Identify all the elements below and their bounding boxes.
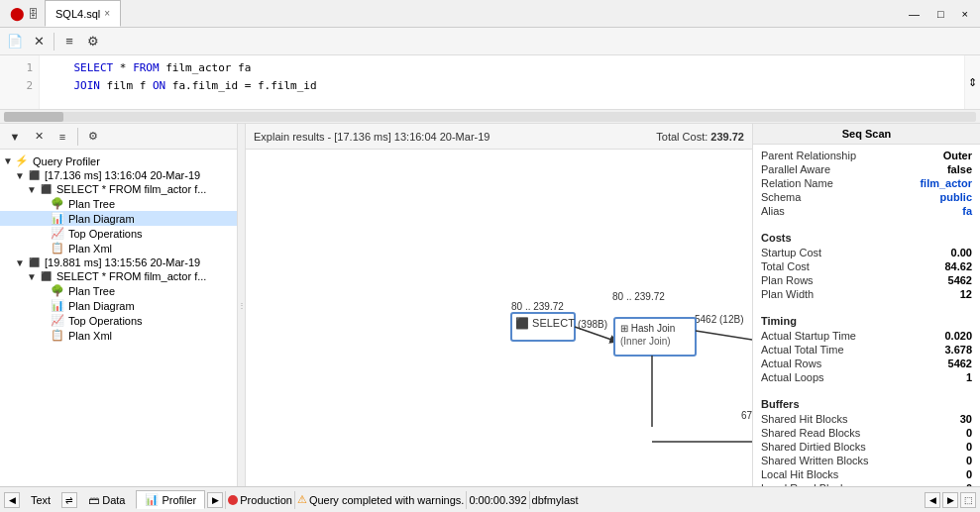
tree-item-profiler[interactable]: ▼ ⚡ Query Profiler [0,154,237,168]
panel-btn-3[interactable]: ⬚ [960,492,976,508]
settings-btn[interactable]: ⚙ [82,31,104,52]
label-schema: Schema [761,191,801,203]
row-shared-written: Shared Written Blocks 0 [761,454,972,467]
main-toolbar: 📄 ✕ ≡ ⚙ [0,28,980,55]
session2-label: [19.881 ms] 13:15:56 20-Mar-19 [45,256,200,268]
active-tab[interactable]: SQL4.sql × [45,0,121,27]
label-actual-loops: Actual Loops [761,371,824,383]
list-btn[interactable]: ≡ [58,31,80,52]
hashjoin-label-2: (Inner Join) [620,336,671,347]
status-sep-2 [294,491,295,509]
plandiagram1-icon: 📊 [50,212,65,225]
left-close-btn[interactable]: ✕ [28,126,50,148]
app-logo: ⬤ [10,6,25,21]
tree-item-session2[interactable]: ▼ ⬛ [19.881 ms] 13:15:56 20-Mar-19 [0,256,237,269]
value-shared-dirtied: 0 [966,441,972,453]
tree-item-plandiagram1[interactable]: 📊 Plan Diagram [0,211,237,226]
timing-title: Timing [761,315,972,327]
maximize-btn[interactable]: □ [929,6,952,22]
status-bar: ◀ Text ⇌ 🗃 Data 📊 Profiler ▶ Production … [0,486,980,512]
detail-timing-section: Timing Actual Startup Time 0.020 Actual … [753,305,980,388]
expand-query2[interactable]: ▼ [26,271,38,282]
more-tabs-btn[interactable]: ▶ [207,492,223,508]
tree-item-planxml1[interactable]: 📋 Plan Xml [0,241,237,256]
row-startup-time: Actual Startup Time 0.020 [761,329,972,343]
planxml2-icon: 📋 [50,329,65,342]
cost-label-hashjoin: 80 .. 239.72 [612,291,665,302]
left-resize-handle[interactable]: ⋮ [238,124,246,486]
label-relation: Relation Name [761,177,833,189]
code-editor: 1 2 SELECT * FROM film_actor fa JOIN fil… [0,55,980,110]
tree-item-topops2[interactable]: 📈 Top Operations [0,313,237,328]
new-btn[interactable]: 📄 [4,31,26,52]
left-expand-btn[interactable]: ▼ [4,126,26,148]
tree-item-topops1[interactable]: 📈 Top Operations [0,226,237,241]
production-status-dot [228,495,238,505]
plandiagram2-label: Plan Diagram [68,300,135,312]
label-plan-rows: Plan Rows [761,274,814,286]
explain-header: Explain results - [17.136 ms] 13:16:04 2… [246,124,752,150]
text-tab[interactable]: Text [22,491,59,509]
tree-item-planxml2[interactable]: 📋 Plan Xml [0,328,237,343]
planxml1-icon: 📋 [50,242,65,255]
value-shared-written: 0 [966,455,972,466]
explain-title: Explain results - [17.136 ms] 13:16:04 2… [254,131,490,143]
row-shared-dirtied: Shared Dirtied Blocks 0 [761,440,972,454]
production-label: Production [240,494,292,506]
h-scroll-track[interactable] [4,112,976,122]
warning-icon: ⚠ [297,493,307,506]
left-sep [77,128,78,146]
value-local-hit: 0 [966,468,972,480]
cost-value: 239.72 [710,131,744,143]
h-scroll-thumb[interactable] [4,112,63,122]
plan-diagram-area[interactable]: 80 .. 239.72 80 .. 239.72 0 .. 84.62 546… [246,150,752,486]
tree-item-plandiagram2[interactable]: 📊 Plan Diagram [0,298,237,313]
data-tab[interactable]: 🗃 Data [79,491,134,509]
value-startup-cost: 0.00 [951,247,972,258]
tree-item-session1[interactable]: ▼ ⬛ [17.136 ms] 13:16:04 20-Mar-19 [0,168,237,182]
row-shared-read: Shared Read Blocks 0 [761,426,972,440]
expand-query1[interactable]: ▼ [26,184,38,195]
planxml2-label: Plan Xml [68,330,112,342]
db-info: dbfmylast [532,494,579,506]
tree-item-query2[interactable]: ▼ ⬛ SELECT * FROM film_actor f... [0,269,237,283]
tree-item-query1[interactable]: ▼ ⬛ SELECT * FROM film_actor f... [0,182,237,196]
minimize-btn[interactable]: — [901,6,927,22]
tab-label: SQL4.sql [55,8,100,20]
panel-btn-1[interactable]: ◀ [925,492,940,508]
label-local-hit: Local Hit Blocks [761,468,838,480]
warning-message: Query completed with warnings. [309,494,465,506]
expand-profiler[interactable]: ▼ [2,155,14,166]
scroll-arrows-btn[interactable]: ⇌ [61,492,77,508]
code-line-2: JOIN film f ON fa.film_id = f.film_id [48,77,956,95]
timing-display: 0:00:00.392 [469,494,526,506]
line-num-1: 1 [2,59,33,77]
value-total-cost: 84.62 [944,260,972,272]
value-startup-time: 0.020 [944,330,972,342]
query-tree: ▼ ⚡ Query Profiler ▼ ⬛ [17.136 ms] 13:16… [0,150,237,486]
tab-list: ⬤ 🗄 SQL4.sql × [4,0,123,27]
h-scrollbar [0,110,980,124]
data-icon: 🗃 [88,494,99,506]
panel-btn-2[interactable]: ▶ [942,492,958,508]
left-list-btn[interactable]: ≡ [52,126,73,148]
arrow-label-2: 5462 (12B) [695,314,743,325]
code-lines[interactable]: SELECT * FROM film_actor fa JOIN film f … [40,55,964,109]
close-btn-toolbar[interactable]: ✕ [28,31,50,52]
tree-item-plantree1[interactable]: 🌳 Plan Tree [0,196,237,211]
label-startup-cost: Startup Cost [761,247,821,258]
tree-item-plantree2[interactable]: 🌳 Plan Tree [0,283,237,298]
tab-close-btn[interactable]: × [104,8,110,19]
code-scroll-right[interactable]: ⇕ [964,55,980,109]
scroll-left-btn[interactable]: ◀ [4,492,20,508]
profiler-tab[interactable]: 📊 Profiler [136,490,205,509]
value-actual-loops: 1 [966,371,972,383]
plantree2-icon: 🌳 [50,284,65,297]
row-total-time: Actual Total Time 3.678 [761,343,972,357]
close-btn[interactable]: × [954,6,976,22]
session1-label: [17.136 ms] 13:16:04 20-Mar-19 [45,169,200,181]
expand-session2[interactable]: ▼ [14,257,26,268]
expand-session1[interactable]: ▼ [14,170,26,181]
left-settings-btn[interactable]: ⚙ [82,126,104,148]
app-icon-area: ⬤ 🗄 [4,0,45,27]
